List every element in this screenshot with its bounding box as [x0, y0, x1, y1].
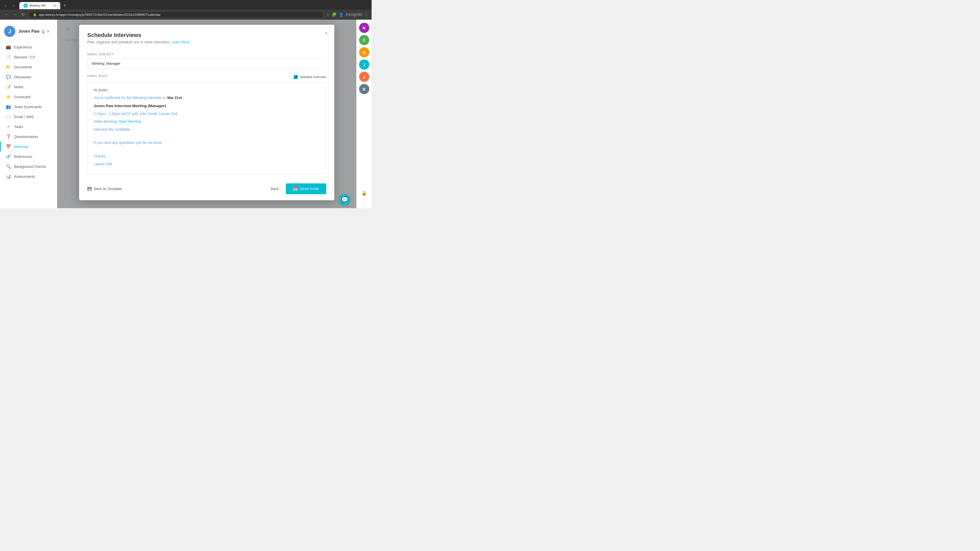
sidebar-item-team-scorecards[interactable]: 👥 Team Scorecards	[0, 102, 57, 112]
right-panel-avatar-c[interactable]: C	[359, 35, 369, 45]
sidebar-item-label: Assessments	[14, 175, 35, 179]
sidebar-item-label: Team Scorecards	[14, 105, 42, 109]
tab-controls: ‹ ›	[2, 2, 18, 9]
extensions-icon[interactable]: 🧩	[331, 12, 337, 17]
email-confirmation: You're confirmed for the following inter…	[94, 95, 320, 100]
active-tab[interactable]: B Breezy HR ✕	[19, 2, 60, 9]
email-questions: If you have any questions, just let me k…	[94, 140, 320, 145]
right-panel-avatar-n[interactable]: N	[359, 23, 369, 33]
sidebar-item-label: Scorecard	[14, 95, 30, 99]
right-panel: N C M J J B 🔒 ↓	[356, 20, 372, 208]
back-button[interactable]: Back	[267, 184, 283, 193]
documents-icon: 📁	[6, 65, 11, 69]
detailed-overview-option: Detailed overview	[294, 75, 326, 79]
name-icons: 📡 ★	[41, 29, 50, 33]
save-template-button[interactable]: 💾 Save as Template	[87, 187, 122, 191]
modal-subtitle: Plan, organize and schedule one or more …	[87, 40, 326, 44]
email-time-line: 2:15pm - 2:30pm AKDT with John Smith, La…	[94, 111, 320, 117]
sidebar-item-label: Meetings	[14, 144, 29, 149]
experience-icon: 💼	[6, 44, 11, 49]
team-scorecards-icon: 👥	[6, 104, 11, 109]
new-tab-button[interactable]: +	[61, 2, 68, 10]
detailed-overview-label: Detailed overview	[300, 75, 326, 79]
chat-bubble[interactable]: 💬	[339, 194, 350, 205]
browser-actions: ☆ 🧩 👤 Incognito ⋮	[326, 12, 369, 17]
meetings-icon: 📅	[6, 144, 11, 149]
detailed-overview-checkbox[interactable]	[294, 75, 298, 79]
candidate-header: J Joven Paw 📡 ★	[0, 23, 57, 40]
chat-icon: 💬	[341, 197, 348, 203]
sidebar-item-experience[interactable]: 💼 Experience	[0, 42, 57, 52]
tab-back-button[interactable]: ‹	[2, 2, 9, 9]
main-content: M + Add tags Schedule Interviews Plan, o…	[57, 20, 356, 208]
references-icon: 🔗	[6, 154, 11, 159]
email-video-line: Video Meeting: Open Meeting	[94, 119, 320, 124]
modal-body: Email Subject Meeting: Manager Email Bod…	[79, 52, 334, 179]
email-thanks: Thanks,	[94, 153, 320, 159]
email-meeting-title: Joven Paw Interview Meeting (Manager)	[94, 103, 320, 109]
send-invite-icon: 📅	[293, 186, 298, 191]
modal-header: Schedule Interviews Plan, organize and s…	[79, 25, 334, 47]
profile-icon[interactable]: 👤	[339, 12, 344, 17]
email-body-label: Email Body	[87, 74, 108, 78]
sidebar-item-discussion[interactable]: 💬 Discussion	[0, 72, 57, 82]
sidebar: J Joven Paw 📡 ★ 💼 Experience 📄 Resume	[0, 20, 57, 208]
star-icon: ★	[46, 29, 50, 33]
tab-title: Breezy HR	[30, 3, 46, 7]
email-signature: Lauren Deli	[94, 161, 320, 167]
resume-icon: 📄	[6, 55, 11, 59]
open-meeting-link[interactable]: Open Meeting	[118, 119, 141, 124]
sidebar-item-label: Email / SMS	[14, 115, 34, 119]
send-invite-button[interactable]: 📅 Send Invite	[286, 183, 326, 194]
email-agenda: interview the candidate	[94, 127, 320, 132]
sidebar-item-label: Discussion	[14, 75, 32, 79]
sidebar-item-label: Tasks	[14, 125, 23, 129]
menu-icon[interactable]: ⋮	[364, 12, 369, 17]
email-subject-field[interactable]: Meeting: Manager	[87, 58, 326, 69]
lock-icon: 🔒	[360, 189, 368, 197]
sidebar-item-documents[interactable]: 📁 Documents	[0, 62, 57, 72]
discussion-icon: 💬	[6, 75, 11, 79]
sidebar-item-assessments[interactable]: 📊 Assessments	[0, 171, 57, 181]
sidebar-item-notes[interactable]: 📝 Notes	[0, 82, 57, 92]
tab-bar: ‹ › B Breezy HR ✕ +	[0, 0, 372, 10]
sidebar-item-email-sms[interactable]: ✉️ Email / SMS	[0, 112, 57, 122]
modal-close-button[interactable]: ×	[322, 29, 330, 37]
questionnaires-icon: ❓	[6, 134, 11, 139]
learn-more-link[interactable]: Learn More	[172, 40, 190, 44]
assessments-icon: 📊	[6, 174, 11, 179]
sidebar-nav: 💼 Experience 📄 Resume / CV 📁 Documents 💬…	[0, 42, 57, 181]
forward-button[interactable]: →	[11, 11, 18, 18]
sidebar-item-background-checks[interactable]: 🔍 Background Checks	[0, 162, 57, 171]
reload-button[interactable]: ↻	[19, 11, 27, 18]
right-panel-avatar-j2[interactable]: J	[359, 72, 369, 82]
sidebar-item-label: Documents	[14, 65, 32, 69]
sidebar-item-label: Background Checks	[14, 165, 46, 168]
scorecard-icon: ⭐	[6, 94, 11, 99]
right-panel-avatar-m[interactable]: M	[359, 47, 369, 57]
browser-chrome: ‹ › B Breezy HR ✕ + ← → ↻ 🔒 app.breezy.h…	[0, 0, 372, 20]
right-panel-avatar-j1[interactable]: J	[359, 59, 369, 70]
bookmark-icon[interactable]: ☆	[326, 12, 329, 17]
url-text: app.breezy.hr/app/c/moodjoy/p/59357218dc…	[39, 13, 161, 17]
save-template-icon: 💾	[87, 187, 92, 191]
url-bar[interactable]: 🔒 app.breezy.hr/app/c/moodjoy/p/59357218…	[29, 11, 324, 18]
sidebar-item-tasks[interactable]: ✓ Tasks	[0, 122, 57, 132]
candidate-avatar: J	[4, 26, 15, 37]
sidebar-item-references[interactable]: 🔗 References	[0, 151, 57, 162]
back-button[interactable]: ←	[3, 11, 10, 18]
sidebar-item-questionnaires[interactable]: ❓ Questionnaires	[0, 132, 57, 141]
app-container: J Joven Paw 📡 ★ 💼 Experience 📄 Resume	[0, 20, 372, 208]
arrow-down-icon[interactable]: ↓	[362, 199, 366, 206]
tab-forward-button[interactable]: ›	[10, 2, 18, 9]
sidebar-item-resume[interactable]: 📄 Resume / CV	[0, 52, 57, 62]
incognito-label: Incognito	[346, 12, 363, 17]
address-bar: ← → ↻ 🔒 app.breezy.hr/app/c/moodjoy/p/59…	[0, 10, 372, 20]
sidebar-item-meetings[interactable]: 📅 Meetings	[0, 141, 57, 151]
sidebar-item-scorecard[interactable]: ⭐ Scorecard	[0, 92, 57, 102]
tab-favicon: B	[24, 3, 27, 8]
tab-close-button[interactable]: ✕	[53, 3, 56, 8]
email-subject-label: Email Subject	[87, 52, 326, 56]
right-panel-avatar-b[interactable]: B	[359, 84, 369, 94]
email-icon: ✉️	[6, 114, 11, 119]
